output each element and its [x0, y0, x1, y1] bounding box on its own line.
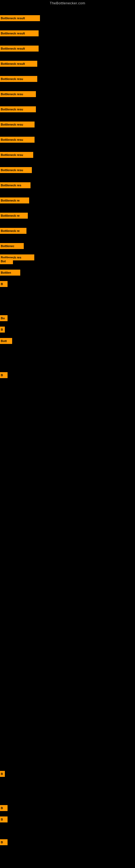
bottleneck-bar-10: Bottleneck resu [0, 167, 32, 173]
bottleneck-label-0: Bottleneck result [1, 17, 25, 20]
bottleneck-bar-15: Bottlenec [0, 243, 24, 249]
bottleneck-bar-24: Bott [0, 338, 12, 344]
bottleneck-bar-5: Bottleneck resu [0, 91, 36, 97]
bottleneck-label-10: Bottleneck resu [1, 168, 23, 172]
bottleneck-bar-65: B [0, 805, 8, 811]
bottleneck-label-3: Bottleneck result [1, 62, 25, 65]
bottleneck-label-11: Bottleneck res [1, 184, 21, 187]
bottleneck-bar-3: Bottleneck result [0, 61, 37, 67]
bottleneck-bar-11: Bottleneck res [0, 182, 31, 188]
bottleneck-bar-2: Bottleneck result [0, 45, 39, 52]
bottleneck-bar-0: Bottleneck result [0, 15, 40, 21]
bottleneck-bar-13: Bottleneck re [0, 213, 28, 219]
bottleneck-label-23: B [1, 328, 3, 331]
bottleneck-bar-18: Bottlen [0, 270, 20, 276]
bottleneck-bar-1: Bottleneck result [0, 30, 39, 36]
bottleneck-bar-7: Bottleneck resu [0, 122, 35, 127]
bottleneck-label-7: Bottleneck resu [1, 123, 23, 126]
bottleneck-label-65: B [1, 806, 3, 810]
bottleneck-label-13: Bottleneck re [1, 214, 20, 217]
bottleneck-bar-4: Bottleneck resu [0, 76, 37, 82]
bottleneck-label-68: B [1, 841, 3, 844]
bottleneck-label-24: Bott [1, 339, 7, 343]
bottleneck-bar-22: Bo [0, 315, 8, 321]
bottleneck-label-4: Bottleneck resu [1, 77, 23, 81]
bottleneck-label-27: B [1, 373, 3, 377]
bottleneck-label-6: Bottleneck resu [1, 108, 23, 111]
bottleneck-bar-14: Bottleneck re [0, 228, 27, 234]
bottleneck-label-22: Bo [1, 316, 5, 320]
bottleneck-bar-9: Bottleneck resu [0, 152, 33, 158]
bottleneck-bar-12: Bottleneck re [0, 197, 29, 204]
bottleneck-label-62: B [1, 772, 3, 775]
bottleneck-label-19: B [1, 282, 3, 286]
bottleneck-bar-23: B [0, 327, 5, 333]
bottleneck-label-15: Bottlenec [1, 244, 14, 248]
bottleneck-label-9: Bottleneck resu [1, 153, 23, 156]
bottleneck-label-5: Bottleneck resu [1, 93, 23, 96]
bottleneck-label-18: Bottlen [1, 271, 11, 274]
bottleneck-bar-19: B [0, 281, 8, 287]
bottleneck-bar-8: Bottleneck resu [0, 137, 35, 143]
bottleneck-bar-66: B [0, 816, 8, 823]
bottleneck-label-12: Bottleneck re [1, 199, 20, 202]
bottleneck-label-14: Bottleneck re [1, 229, 20, 232]
bottleneck-label-8: Bottleneck resu [1, 138, 23, 141]
bottleneck-bar-17: Bot [0, 258, 13, 264]
bottleneck-label-17: Bot [1, 259, 6, 263]
bottleneck-label-2: Bottleneck result [1, 47, 25, 50]
site-title: TheBottlenecker.com [0, 0, 135, 7]
bottleneck-bar-6: Bottleneck resu [0, 106, 36, 112]
bottleneck-bar-68: B [0, 839, 8, 845]
bottleneck-label-1: Bottleneck result [1, 32, 25, 35]
bottleneck-label-66: B [1, 818, 3, 821]
bottleneck-bar-27: B [0, 372, 8, 378]
bottleneck-bar-62: B [0, 771, 5, 777]
